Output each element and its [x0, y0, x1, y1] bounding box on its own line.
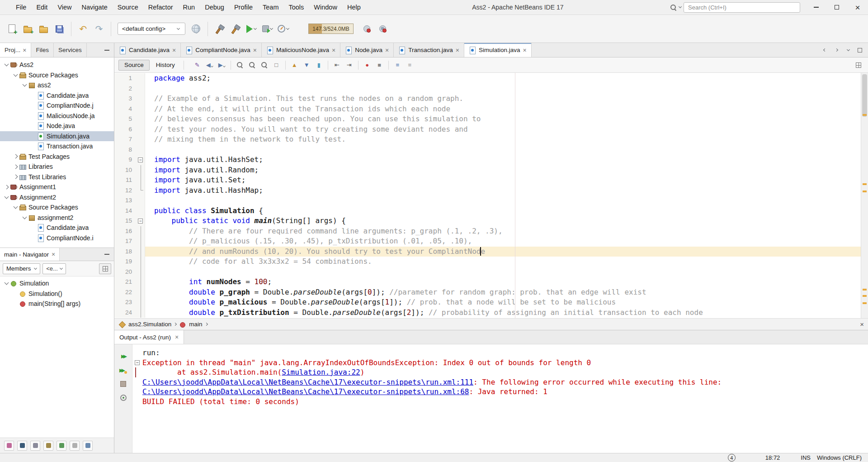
code-line-14[interactable]: 14public class Simulation {: [114, 206, 861, 216]
editor-tab-candidate-java[interactable]: Candidate.java×: [114, 43, 181, 57]
tab-navigator[interactable]: main - Navigator ×: [0, 248, 60, 261]
tree-item-assignment1[interactable]: Assignment1: [0, 182, 114, 192]
menu-help[interactable]: Help: [342, 0, 366, 14]
rerun-with-different-parameters-button[interactable]: [118, 365, 128, 375]
tree-item-source-packages[interactable]: Source Packages: [0, 70, 114, 81]
line-ending[interactable]: Windows (CRLF): [817, 454, 862, 461]
rectangular-selection-icon[interactable]: □: [271, 60, 282, 71]
minimize-panel-icon[interactable]: [104, 254, 109, 255]
profile-project-button[interactable]: [276, 20, 290, 38]
code-line-2[interactable]: 2: [114, 84, 861, 94]
navigator-view-select[interactable]: Members: [3, 263, 40, 274]
chevron-down-icon[interactable]: [12, 206, 19, 208]
menu-tools[interactable]: Tools: [283, 0, 309, 14]
warning-mark[interactable]: [863, 191, 867, 192]
tree-item-test-packages[interactable]: Test Packages: [0, 152, 114, 162]
tree-item-ass2[interactable]: ass2: [0, 80, 114, 90]
code-line-8[interactable]: 8: [114, 145, 861, 155]
tab-output-ass2-run[interactable]: Output - Ass2 (run) ×: [114, 330, 184, 344]
tree-item-maliciousnode-ja[interactable]: MaliciousNode.ja: [0, 111, 114, 121]
tree-item-candidate-java[interactable]: Candidate.java: [0, 90, 114, 101]
tree-item-source-packages[interactable]: Source Packages: [0, 202, 114, 213]
close-icon[interactable]: ×: [523, 47, 527, 53]
scroll-tabs-right-icon[interactable]: [833, 47, 840, 54]
clean-and-build-project-button[interactable]: [228, 20, 243, 38]
warning-mark[interactable]: [863, 302, 867, 304]
show-static-members-button[interactable]: [30, 441, 40, 451]
show-inherited-members-button[interactable]: [4, 441, 14, 451]
caret-position[interactable]: 18:72: [765, 454, 780, 461]
close-icon[interactable]: ×: [23, 47, 26, 53]
previous-occurrence-icon[interactable]: ▲: [289, 60, 300, 71]
code-line-12[interactable]: 12import java.util.HashMap;: [114, 186, 861, 196]
tree-item-simulation[interactable]: Simulation(): [0, 289, 114, 299]
code-line-18[interactable]: 18 // and numRounds (10, 20). You should…: [114, 247, 861, 257]
chevron-down-icon[interactable]: [254, 26, 257, 29]
scroll-tabs-left-icon[interactable]: [821, 47, 828, 54]
editor-tab-transaction-java[interactable]: Transaction.java×: [394, 43, 464, 57]
reset-profile-results-button[interactable]: [375, 20, 390, 38]
breadcrumb-item-ass2-simulation[interactable]: ass2.Simulation: [128, 321, 171, 328]
menu-file[interactable]: File: [11, 0, 31, 14]
menu-window[interactable]: Window: [309, 0, 342, 14]
editor-tab-compliantnode-java[interactable]: CompliantNode.java×: [181, 43, 262, 57]
ant-settings-button[interactable]: [118, 393, 128, 403]
code-line-10[interactable]: 10import java.util.Random;: [114, 165, 861, 176]
tree-item-simulation-java[interactable]: Simulation.java: [0, 131, 114, 142]
code-line-20[interactable]: 20: [114, 267, 861, 277]
new-project-button[interactable]: [20, 20, 35, 38]
close-icon[interactable]: ×: [175, 334, 179, 340]
panel-tab-proj[interactable]: Proj...×: [0, 43, 31, 57]
config-select[interactable]: <default config>: [118, 23, 185, 35]
warning-mark[interactable]: [863, 114, 867, 116]
close-icon[interactable]: ×: [385, 47, 389, 53]
web-browser-button[interactable]: [189, 20, 203, 38]
menu-source[interactable]: Source: [113, 0, 143, 14]
chevron-down-icon[interactable]: [21, 84, 28, 86]
debug-project-button[interactable]: [260, 20, 274, 38]
menu-navigate[interactable]: Navigate: [77, 0, 113, 14]
history-view-button[interactable]: History: [151, 60, 180, 71]
code-line-5[interactable]: 5// believes consensus has been reached …: [114, 114, 861, 124]
code-line-24[interactable]: 24 double p_txDistribution = Double.pars…: [114, 308, 861, 318]
build-project-button[interactable]: [212, 20, 227, 38]
new-file-button[interactable]: [5, 20, 19, 38]
chevron-down-icon[interactable]: [3, 196, 10, 198]
last-edit-icon[interactable]: ✎: [192, 60, 203, 71]
code-line-15[interactable]: 15− public static void main(String[] arg…: [114, 216, 861, 226]
memory-indicator[interactable]: 147.3/524.0MB: [308, 24, 354, 34]
editor-tab-simulation-java[interactable]: Simulation.java×: [464, 43, 532, 57]
fold-collapse-icon[interactable]: −: [138, 219, 143, 224]
menu-edit[interactable]: Edit: [31, 0, 52, 14]
warning-mark[interactable]: [863, 295, 867, 297]
output-console[interactable]: run:−Exception in thread "main" java.lan…: [132, 344, 868, 453]
tree-item-transaction-java[interactable]: Transaction.java: [0, 141, 114, 152]
close-icon[interactable]: ×: [172, 47, 176, 53]
next-occurrence-icon[interactable]: ▼: [301, 60, 312, 71]
close-icon[interactable]: ×: [860, 320, 864, 328]
code-editor[interactable]: 1package ass2;23// Example of a Simulati…: [114, 73, 861, 318]
run-project-button[interactable]: [244, 20, 259, 38]
tree-item-assignment2[interactable]: Assignment2: [0, 192, 114, 203]
find-icon[interactable]: [234, 60, 245, 71]
chevron-right-icon[interactable]: [12, 175, 19, 178]
shift-line-right-icon[interactable]: ⇥: [344, 60, 355, 71]
show-fields-button[interactable]: [17, 441, 27, 451]
open-project-button[interactable]: [36, 20, 51, 38]
search-input[interactable]: [684, 2, 800, 13]
minimize-button[interactable]: [806, 0, 826, 14]
search-icon[interactable]: [670, 4, 677, 11]
error-stripe[interactable]: [861, 73, 868, 318]
insert-mode[interactable]: INS: [801, 454, 811, 461]
toolbar-overflow-icon[interactable]: [853, 60, 864, 71]
tree-item-libraries[interactable]: Libraries: [0, 162, 114, 172]
navigator-scope-select[interactable]: <e...: [42, 263, 66, 274]
start-macro-recording-icon[interactable]: ●: [362, 60, 373, 71]
code-line-19[interactable]: 19 // code for all 3x3x3x2 = 54 combinat…: [114, 257, 861, 267]
forward-icon[interactable]: ▶: [216, 60, 227, 71]
tree-item-node-java[interactable]: Node.java: [0, 121, 114, 131]
output-link[interactable]: C:\Users\joodd\AppData\Local\NetBeans\Ca…: [142, 378, 473, 386]
back-icon[interactable]: ◀: [204, 60, 215, 71]
menu-debug[interactable]: Debug: [200, 0, 229, 14]
code-line-21[interactable]: 21 int numNodes = 100;: [114, 277, 861, 287]
